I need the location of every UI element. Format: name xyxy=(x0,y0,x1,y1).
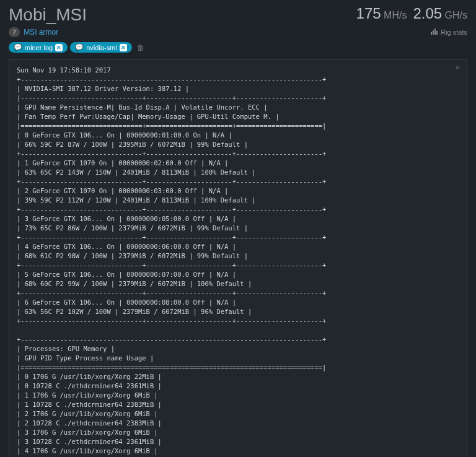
stat2-unit: GH/s xyxy=(445,10,467,20)
svg-rect-1 xyxy=(433,30,434,35)
svg-rect-0 xyxy=(431,32,432,35)
close-icon[interactable]: ✕ xyxy=(120,44,127,51)
rig-stats-label: Rig stats xyxy=(441,28,467,36)
terminal-output: Sun Nov 19 17:58:10 2017 +--------------… xyxy=(17,66,459,457)
gpu-count-badge: 7 xyxy=(9,27,20,37)
pill-nvidia-smi[interactable]: 💬 nvidia-smi ✕ xyxy=(70,42,132,53)
stat1-unit: MH/s xyxy=(384,10,407,20)
rig-stats-link[interactable]: Rig stats xyxy=(431,28,467,36)
stat1-value: 175 xyxy=(356,5,381,22)
close-icon[interactable]: ✕ xyxy=(55,44,63,51)
svg-rect-2 xyxy=(434,28,436,35)
chat-icon: 💬 xyxy=(75,43,84,51)
page-title: Mobi_MSI xyxy=(9,5,87,25)
trash-icon[interactable]: 🗑 xyxy=(137,43,144,52)
svg-rect-3 xyxy=(436,31,438,35)
chat-icon: 💬 xyxy=(14,43,22,51)
pill-miner-log[interactable]: 💬 miner log ✕ xyxy=(9,42,68,53)
rig-model-link[interactable]: MSI armor xyxy=(24,28,58,37)
stat2-value: 2.05 xyxy=(413,5,442,22)
bar-chart-icon xyxy=(431,28,438,36)
pill-label: miner log xyxy=(25,44,53,51)
close-icon[interactable]: ✕ xyxy=(455,64,461,71)
hashrate-stats: 175 MH/s 2.05 GH/s xyxy=(356,5,467,22)
pill-label: nvidia-smi xyxy=(86,44,117,51)
terminal-panel: ✕ Sun Nov 19 17:58:10 2017 +------------… xyxy=(9,59,467,457)
